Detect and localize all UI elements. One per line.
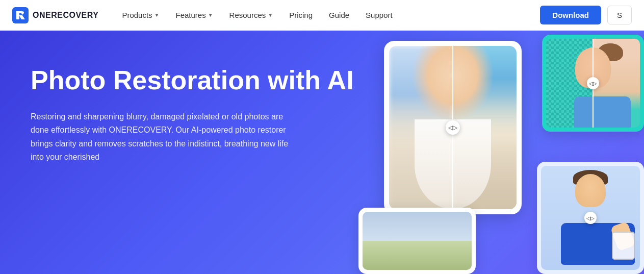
nav-item-products[interactable]: Products ▼ bbox=[115, 7, 166, 23]
nav-item-features[interactable]: Features ▼ bbox=[168, 7, 220, 23]
slider-handle[interactable]: ◁▷ bbox=[446, 120, 460, 135]
small-card-inner bbox=[363, 212, 472, 270]
nav-links: Products ▼ Features ▼ Resources ▼ Pricin… bbox=[115, 7, 540, 23]
nav-item-pricing[interactable]: Pricing bbox=[282, 7, 320, 23]
navbar: ONERECOVERY Products ▼ Features ▼ Resour… bbox=[0, 0, 644, 31]
hero-description: Restoring and sharpening blurry, damaged… bbox=[31, 110, 296, 164]
logo-text: ONERECOVERY bbox=[33, 11, 98, 20]
person-slider-handle[interactable]: ◁▷ bbox=[584, 212, 597, 224]
nav-label-guide: Guide bbox=[329, 11, 349, 19]
chevron-down-icon: ▼ bbox=[268, 12, 273, 18]
signin-button[interactable]: S bbox=[607, 6, 632, 24]
nav-right: Download S bbox=[540, 6, 632, 24]
chevron-down-icon: ▼ bbox=[208, 12, 213, 18]
person2-head bbox=[575, 174, 606, 207]
face-unblur-card: ◁▷ bbox=[542, 35, 644, 132]
nav-label-pricing: Pricing bbox=[289, 11, 313, 19]
main-before-after-card: ◁▷ bbox=[384, 41, 522, 214]
hero-section: Photo Restoration with AI Restoring and … bbox=[0, 31, 644, 274]
face-slider-handle[interactable]: ◁▷ bbox=[587, 77, 599, 89]
download-button[interactable]: Download bbox=[540, 6, 601, 24]
face-card-inner: ◁▷ bbox=[546, 39, 640, 128]
nav-item-guide[interactable]: Guide bbox=[322, 7, 356, 23]
person-card: ◁▷ bbox=[537, 162, 644, 274]
small-ground bbox=[363, 241, 472, 270]
logo-icon bbox=[12, 7, 29, 23]
nav-item-support[interactable]: Support bbox=[358, 7, 400, 23]
small-sky bbox=[363, 212, 472, 241]
nav-label-features: Features bbox=[175, 11, 205, 19]
nav-item-resources[interactable]: Resources ▼ bbox=[222, 7, 280, 23]
nav-label-products: Products bbox=[122, 11, 152, 19]
person-card-inner: ◁▷ bbox=[541, 166, 640, 270]
nav-label-support: Support bbox=[366, 11, 393, 19]
face-shirt bbox=[574, 96, 630, 128]
hero-images: ◁▷ ◁▷ ◁ bbox=[358, 31, 644, 274]
main-card-inner: ◁▷ bbox=[389, 46, 517, 209]
nav-label-resources: Resources bbox=[229, 11, 266, 19]
small-image-card bbox=[358, 208, 476, 274]
logo[interactable]: ONERECOVERY bbox=[12, 7, 98, 23]
tablet-shape bbox=[612, 232, 635, 260]
chevron-down-icon: ▼ bbox=[154, 12, 160, 18]
